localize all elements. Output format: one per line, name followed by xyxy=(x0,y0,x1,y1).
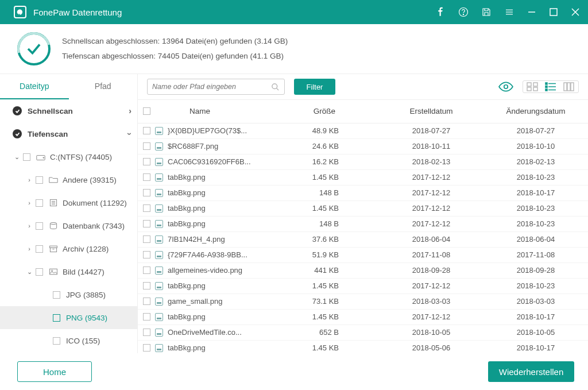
list-view-icon[interactable] xyxy=(545,82,556,91)
grid-view-icon[interactable] xyxy=(527,82,538,91)
row-checkbox[interactable] xyxy=(143,158,150,165)
select-all-checkbox[interactable] xyxy=(143,107,150,115)
row-checkbox[interactable] xyxy=(143,220,150,227)
checkbox[interactable] xyxy=(23,153,30,161)
chevron-down-icon: › xyxy=(126,133,135,136)
table-row[interactable]: allgemeines-video.png441 KB2018-09-28201… xyxy=(138,262,588,278)
file-modified: 2017-11-08 xyxy=(483,247,588,262)
tree-sub-png[interactable]: PNG (9543) xyxy=(0,306,137,329)
row-checkbox[interactable] xyxy=(143,267,150,274)
tab-path[interactable]: Pfad xyxy=(69,74,138,99)
row-checkbox[interactable] xyxy=(143,329,150,336)
table-row[interactable]: tabBkg.png1.45 KB2018-05-062018-10-17 xyxy=(138,340,588,353)
file-created: 2017-11-08 xyxy=(379,247,483,262)
recover-button[interactable]: Wiederherstellen xyxy=(488,361,574,382)
tree-sub-jpg[interactable]: JPG (3885) xyxy=(0,283,137,306)
table-row[interactable]: $RC688F7.png24.6 KB2018-10-112018-10-10 xyxy=(138,138,588,154)
file-created: 2017-12-12 xyxy=(379,309,483,325)
row-checkbox[interactable] xyxy=(143,313,150,321)
close-button[interactable] xyxy=(571,7,580,17)
tree-cat-datenbank[interactable]: › Datenbank (7343) xyxy=(0,214,137,237)
row-checkbox[interactable] xyxy=(143,282,150,289)
menu-icon[interactable] xyxy=(504,7,514,17)
table-row[interactable]: tabBkg.png148 B2017-12-122018-10-17 xyxy=(138,185,588,200)
home-button[interactable]: Home xyxy=(17,361,92,382)
help-icon[interactable] xyxy=(458,7,469,17)
minimize-button[interactable] xyxy=(527,7,536,17)
image-icon xyxy=(49,268,58,276)
file-created: 2018-10-11 xyxy=(379,138,483,154)
table-row[interactable]: tabBkg.png1.45 KB2017-12-122018-10-23 xyxy=(138,278,588,294)
facebook-icon[interactable] xyxy=(435,7,446,17)
search-input[interactable] xyxy=(152,83,271,91)
table-row[interactable]: CAC06C9316920FF6B...16.2 KB2018-02-13201… xyxy=(138,154,588,169)
checkbox[interactable] xyxy=(36,268,43,276)
table-row[interactable]: tabBkg.png148 B2017-12-122018-10-23 xyxy=(138,216,588,231)
tab-filetype[interactable]: Dateityp xyxy=(0,74,69,99)
table-row[interactable]: tabBkg.png1.45 KB2017-12-122018-10-23 xyxy=(138,169,588,185)
svg-rect-6 xyxy=(550,9,557,16)
file-modified: 2018-07-27 xyxy=(483,123,588,138)
chevron-right-icon: › xyxy=(23,176,36,183)
tree-cat-bild[interactable]: ⌄ Bild (14427) xyxy=(0,260,137,283)
document-icon xyxy=(49,199,58,207)
checkbox[interactable] xyxy=(53,291,60,299)
file-modified: 2018-10-17 xyxy=(483,309,588,325)
tree-drive[interactable]: ⌄ C:(NTFS) (74405) xyxy=(0,145,137,168)
tree-cat-andere[interactable]: › Andere (39315) xyxy=(0,168,137,191)
svg-point-23 xyxy=(504,85,508,89)
table-row[interactable]: 7IB1N42H_4.png37.6 KB2018-06-042018-06-0… xyxy=(138,231,588,247)
col-modified[interactable]: Änderungsdatum xyxy=(483,100,588,123)
file-modified: 2018-06-04 xyxy=(483,231,588,247)
checkbox[interactable] xyxy=(36,222,43,230)
filter-button[interactable]: Filter xyxy=(294,79,335,95)
row-checkbox[interactable] xyxy=(143,173,150,181)
app-title: FonePaw Datenrettung xyxy=(33,7,435,17)
tree-cat-archiv[interactable]: › Archiv (1228) xyxy=(0,237,137,260)
row-checkbox[interactable] xyxy=(143,127,150,134)
preview-icon[interactable] xyxy=(498,82,513,92)
checkbox[interactable] xyxy=(36,176,43,184)
file-created: 2017-12-12 xyxy=(379,278,483,294)
tree-sub-ico[interactable]: ICO (155) xyxy=(0,329,137,352)
table-row[interactable]: tabBkg.png1.45 KB2017-12-122018-10-23 xyxy=(138,200,588,216)
column-view-icon[interactable] xyxy=(563,82,575,91)
tree-cat-dokument[interactable]: › Dokument (11292) xyxy=(0,191,137,214)
file-size: 652 B xyxy=(270,325,379,340)
row-checkbox[interactable] xyxy=(143,204,150,212)
maximize-button[interactable] xyxy=(549,7,558,17)
table-row[interactable]: }X{0BD}UEP7GO(73$...48.9 KB2018-07-27201… xyxy=(138,123,588,138)
file-size: 1.45 KB xyxy=(270,278,379,294)
table-row[interactable]: OneDriveMedTile.co...652 B2018-10-052018… xyxy=(138,325,588,340)
row-checkbox[interactable] xyxy=(143,298,150,305)
checkbox[interactable] xyxy=(36,199,43,207)
row-checkbox[interactable] xyxy=(143,251,150,258)
file-created: 2018-02-13 xyxy=(379,154,483,169)
file-created: 2017-12-12 xyxy=(379,216,483,231)
row-checkbox[interactable] xyxy=(143,142,150,150)
col-name[interactable]: Name xyxy=(155,100,270,123)
chevron-right-icon: › xyxy=(23,245,36,252)
search-input-wrap[interactable] xyxy=(147,79,285,95)
table-row[interactable]: game_small.png73.1 KB2018-03-032018-03-0… xyxy=(138,294,588,309)
row-checkbox[interactable] xyxy=(143,344,150,352)
row-checkbox[interactable] xyxy=(143,235,150,243)
checkbox[interactable] xyxy=(36,245,43,253)
table-row[interactable]: tabBkg.png1.45 KB2017-12-122018-10-17 xyxy=(138,309,588,325)
tree-quickscan[interactable]: Schnellscan › xyxy=(0,99,137,122)
file-icon xyxy=(155,189,163,197)
save-icon[interactable] xyxy=(481,7,492,17)
checkbox[interactable] xyxy=(53,337,60,345)
file-icon xyxy=(155,267,163,275)
file-name: tabBkg.png xyxy=(168,281,206,290)
row-checkbox[interactable] xyxy=(143,189,150,196)
col-created[interactable]: Erstelldatum xyxy=(379,100,483,123)
tree-deepscan[interactable]: Tiefenscan › xyxy=(0,122,137,145)
checkbox[interactable] xyxy=(53,314,60,322)
chevron-down-icon: ⌄ xyxy=(23,268,36,276)
col-size[interactable]: Größe xyxy=(270,100,379,123)
table-row[interactable]: {729F7A46-A938-9BB...51.9 KB2017-11-0820… xyxy=(138,247,588,262)
file-icon xyxy=(155,204,163,213)
file-created: 2018-03-03 xyxy=(379,294,483,309)
chevron-down-icon: ⌄ xyxy=(10,153,23,161)
